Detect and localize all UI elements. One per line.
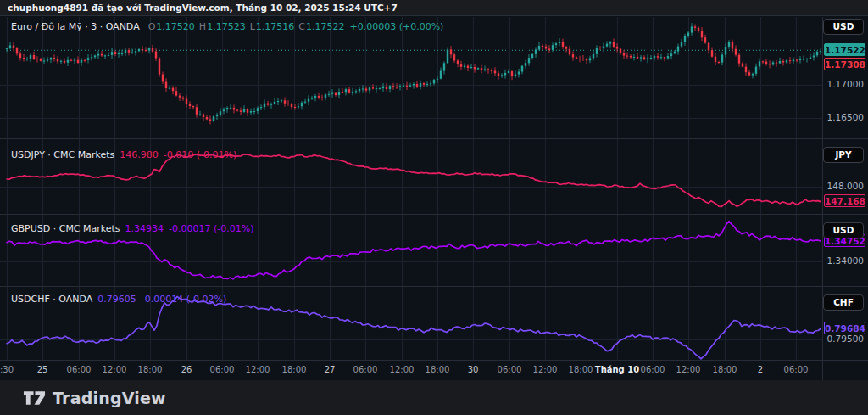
time-axis[interactable]: :302506:0012:0018:002606:0012:0018:00270… [0,360,868,380]
currency-button-usd-2[interactable]: USD [823,222,864,238]
time-axis-label: 18:00 [713,365,737,374]
ohlc-high-label: H [199,21,206,32]
time-axis-label: 06:00 [784,365,809,374]
legend-eurusd: Euro / Đô la Mỹ · 3 · OANDAO1.17520H1.17… [11,21,443,32]
price-scale[interactable]: 1.170001.165001.175221.17308148.000147.1… [822,0,868,380]
legend-usdjpy: USDJPY · CMC Markets146.980-0.010 (-0.01… [11,149,236,160]
legend-gbpusd: GBPUSD · CMC Markets1.34934-0.00017 (-0.… [11,223,254,234]
tradingview-logo[interactable]: TradingView [23,389,166,407]
time-axis-label: 30 [468,365,479,374]
time-axis-label: 12:00 [533,365,558,374]
change-value-eurusd: +0.00003 (+0.00%) [349,21,443,32]
ohlc-low-value: 1.17516 [256,21,295,32]
change-value-usdjpy: -0.010 (-0.01%) [164,149,236,160]
time-axis-label: 06:00 [67,365,92,374]
time-axis-label: Tháng 10 [595,365,639,374]
change-value-usdchf: -0.00014 (-0.02%) [142,294,226,305]
price-badge-last: 1.17522 [824,43,865,56]
last-value-usdjpy: 146.980 [120,149,159,160]
ohlc-open-label: O [148,21,156,32]
legend-usdchf: USDCHF · OANDA0.79605-0.00014 (-0.02%) [11,294,226,305]
time-axis-label: 06:00 [641,365,665,374]
time-axis-label: 06:00 [498,365,522,374]
ohlc-close-label: C [298,21,305,32]
price-axis-label: 1.17000 [827,79,864,89]
currency-button-usd-1[interactable]: USD [823,19,864,35]
attribution-link[interactable]: chuphuong4891 đã tạo với TradingView.com… [8,3,398,13]
price-axis-label: 1.16500 [827,112,864,122]
time-axis-label: 18:00 [426,365,450,374]
ohlc-open-value: 1.17520 [156,21,195,32]
ohlc-high-value: 1.17523 [207,21,246,32]
time-axis-label: 2 [758,365,763,374]
time-axis-label: 26 [181,365,192,374]
symbol-title-gbpusd[interactable]: GBPUSD · CMC Markets [11,223,120,234]
tradingview-logo-text: TradingView [53,389,166,407]
price-axis-label: 148.000 [827,181,864,191]
last-value-usdchf: 0.79605 [97,294,136,305]
currency-button-jpy[interactable]: JPY [823,147,864,163]
last-value-gbpusd: 1.34934 [125,223,164,234]
currency-button-chf[interactable]: CHF [823,294,864,311]
chart-plot[interactable] [0,0,868,415]
ohlc-close-value: 1.17522 [306,21,345,32]
change-value-gbpusd: -0.00017 (-0.01%) [169,223,253,234]
time-axis-label: 18:00 [282,365,307,374]
time-axis-label: 06:00 [210,365,235,374]
footer-bar: TradingView [0,380,868,415]
time-axis-label: 18:00 [138,365,163,374]
time-axis-label: 12:00 [676,365,701,374]
time-axis-label: 25 [37,365,48,374]
price-badge-secondary: 1.17308 [824,58,865,70]
price-badge-last: 147.168 [824,194,865,207]
time-axis-label: 12:00 [246,365,270,374]
time-axis-label: 12:00 [390,365,415,374]
symbol-title-eurusd[interactable]: Euro / Đô la Mỹ · 3 · OANDA [11,21,140,32]
time-axis-label: 27 [325,365,336,374]
tradingview-logo-icon [23,389,46,407]
tradingview-widget: chuphuong4891 đã tạo với TradingView.com… [0,0,868,415]
time-axis-label: 12:00 [103,365,127,374]
symbol-title-usdchf[interactable]: USDCHF · OANDA [11,294,92,305]
price-axis-label: 1.34000 [827,255,864,266]
attribution-bar: chuphuong4891 đã tạo với TradingView.com… [0,0,868,16]
time-axis-label: 18:00 [569,365,593,374]
time-axis-label: :30 [0,365,14,374]
ohlc-low-label: L [250,21,255,32]
price-badge-last: 0.79684 [824,322,865,334]
time-axis-label: 06:00 [353,365,378,374]
symbol-title-usdjpy[interactable]: USDJPY · CMC Markets [11,149,114,160]
price-axis-label: 0.79500 [827,334,864,344]
